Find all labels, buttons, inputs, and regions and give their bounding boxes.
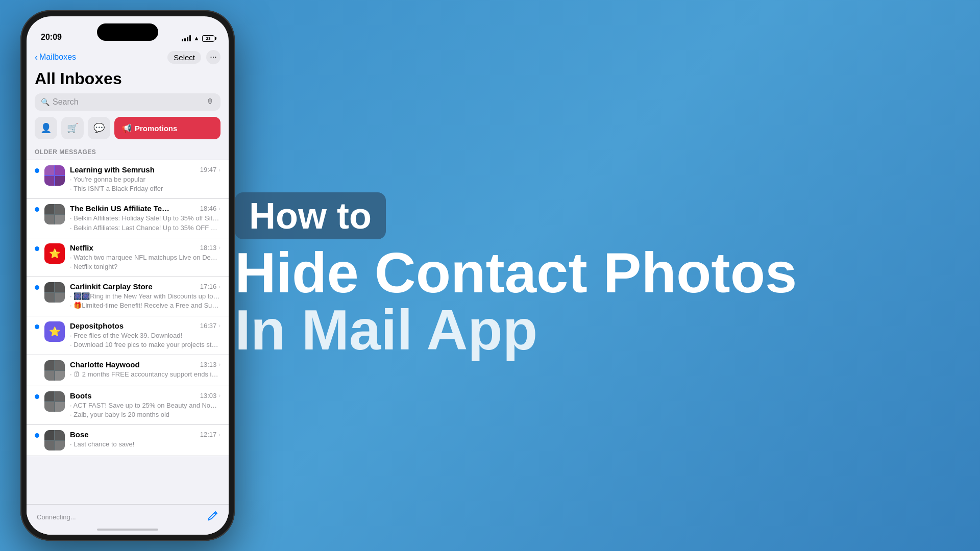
avatar: ⭐ bbox=[44, 321, 65, 342]
email-meta: 18:13 › bbox=[200, 244, 220, 252]
email-chevron-icon: › bbox=[218, 361, 220, 367]
email-preview2: · Netflix tonight? bbox=[70, 262, 220, 271]
email-chevron-icon: › bbox=[218, 244, 220, 251]
email-time: 16:37 bbox=[200, 322, 217, 330]
email-item[interactable]: Bose 12:17 › · Last chance to save! bbox=[27, 425, 229, 456]
avatar-icon-grid bbox=[44, 282, 65, 303]
cart-icon: 🛒 bbox=[67, 122, 78, 134]
email-time: 18:13 bbox=[200, 244, 217, 252]
email-content: Netflix 18:13 › · Watch two marquee NFL … bbox=[70, 243, 220, 271]
email-sender: Learning with Semrush bbox=[70, 165, 155, 174]
email-sender: Carlinkit Carplay Store bbox=[70, 282, 153, 291]
home-indicator bbox=[97, 529, 158, 531]
how-to-badge: How to bbox=[235, 192, 386, 239]
compose-button[interactable] bbox=[207, 510, 218, 524]
back-chevron-icon: ‹ bbox=[35, 52, 38, 63]
status-time: 20:09 bbox=[41, 33, 62, 42]
person-icon: 👤 bbox=[40, 122, 52, 134]
email-chevron-icon: › bbox=[218, 432, 220, 438]
email-sender: Bose bbox=[70, 430, 89, 439]
email-sender: Charlotte Haywood bbox=[70, 360, 140, 369]
avatar bbox=[44, 282, 65, 303]
email-time: 17:16 bbox=[200, 283, 217, 290]
email-preview2: · This ISN'T a Black Friday offer bbox=[70, 184, 220, 193]
email-meta: 16:37 › bbox=[200, 322, 220, 330]
netflix-icon: ⭐ bbox=[49, 248, 60, 259]
nav-bar: ‹ Mailboxes Select ··· bbox=[27, 46, 229, 66]
email-item[interactable]: The Belkin US Affiliate Team 18:46 › · B… bbox=[27, 199, 229, 238]
avatar: ⭐ bbox=[44, 243, 65, 264]
hero-text: How to Hide Contact Photos In Mail App bbox=[235, 192, 960, 359]
email-preview: · You're gonna be popular bbox=[70, 175, 220, 184]
filter-tab-chat[interactable]: 💬 bbox=[88, 117, 110, 139]
email-header-row: Depositphotos 16:37 › bbox=[70, 321, 220, 330]
email-content: Depositphotos 16:37 › · Free files of th… bbox=[70, 321, 220, 349]
app-content: ‹ Mailboxes Select ··· All Inboxes 🔍 bbox=[27, 46, 229, 535]
phone-outer: 20:09 ▲ 23 bbox=[20, 10, 235, 541]
status-icons: ▲ 23 bbox=[182, 35, 214, 42]
email-meta: 17:16 › bbox=[200, 283, 220, 290]
email-time: 13:13 bbox=[200, 361, 217, 368]
email-preview2: · Belkin Affiliates: Last Chance! Up to … bbox=[70, 223, 220, 233]
avatar-icon-grid bbox=[44, 430, 65, 450]
email-sender: Boots bbox=[70, 391, 92, 400]
email-time: 12:17 bbox=[200, 431, 217, 438]
back-label: Mailboxes bbox=[39, 53, 76, 62]
email-list: Learning with Semrush 19:47 › · You're g… bbox=[27, 160, 229, 456]
email-sender: The Belkin US Affiliate Team bbox=[70, 204, 172, 213]
avatar bbox=[44, 360, 65, 381]
email-header-row: The Belkin US Affiliate Team 18:46 › bbox=[70, 204, 220, 213]
avatar-icon-grid bbox=[44, 391, 65, 412]
email-item[interactable]: Carlinkit Carplay Store 17:16 › · 🎆🎆Ring… bbox=[27, 277, 229, 316]
email-preview: · 🗓 2 months FREE accountancy support en… bbox=[70, 370, 220, 379]
filter-tabs: 👤 🛒 💬 📢 How to Promotions bbox=[27, 117, 229, 146]
signal-icon bbox=[182, 35, 191, 41]
back-button[interactable]: ‹ Mailboxes bbox=[35, 52, 76, 63]
unread-indicator bbox=[35, 324, 39, 329]
email-item[interactable]: ⭐ Depositphotos 16:37 › · Free files of … bbox=[27, 316, 229, 355]
how-to-text: How to bbox=[249, 195, 372, 236]
email-time: 18:46 bbox=[200, 205, 217, 212]
filter-tab-cart[interactable]: 🛒 bbox=[61, 117, 84, 139]
email-preview: · Last chance to save! bbox=[70, 440, 220, 449]
email-content: Learning with Semrush 19:47 › · You're g… bbox=[70, 165, 220, 193]
email-meta: 19:47 › bbox=[200, 166, 220, 173]
promotions-tab-label: Promotions bbox=[135, 124, 177, 133]
page-title: All Inboxes bbox=[27, 66, 229, 93]
email-preview2: · Zaib, your baby is 20 months old bbox=[70, 410, 220, 419]
filter-tab-promotions[interactable]: 📢 How to Promotions bbox=[114, 117, 220, 139]
email-item[interactable]: Learning with Semrush 19:47 › · You're g… bbox=[27, 160, 229, 199]
email-content: The Belkin US Affiliate Team 18:46 › · B… bbox=[70, 204, 220, 232]
unread-indicator bbox=[35, 207, 39, 212]
select-button[interactable]: Select bbox=[167, 51, 201, 64]
hero-subtitle: In Mail App bbox=[235, 302, 960, 359]
email-chevron-icon: › bbox=[218, 206, 220, 212]
more-button[interactable]: ··· bbox=[206, 50, 220, 64]
email-item[interactable]: ⭐ Netflix 18:13 › · Watch two marquee NF… bbox=[27, 238, 229, 277]
email-item[interactable]: Boots 13:03 › · ACT FAST! Save up to 25%… bbox=[27, 386, 229, 425]
email-header-row: Netflix 18:13 › bbox=[70, 243, 220, 252]
email-chevron-icon: › bbox=[218, 322, 220, 329]
email-content: Carlinkit Carplay Store 17:16 › · 🎆🎆Ring… bbox=[70, 282, 220, 310]
search-input[interactable]: Search bbox=[53, 97, 203, 107]
avatar bbox=[44, 430, 65, 450]
email-item[interactable]: Charlotte Haywood 13:13 › · 🗓 2 months F… bbox=[27, 355, 229, 386]
email-meta: 12:17 › bbox=[200, 431, 220, 438]
email-preview: · Belkin Affiliates: Holiday Sale! Up to… bbox=[70, 214, 220, 223]
megaphone-icon: 📢 bbox=[121, 123, 132, 133]
email-chevron-icon: › bbox=[218, 284, 220, 290]
email-meta: 18:46 › bbox=[200, 205, 220, 212]
avatar-icon-grid bbox=[44, 360, 65, 381]
avatar bbox=[44, 204, 65, 224]
search-bar[interactable]: 🔍 Search 🎙 bbox=[35, 93, 220, 111]
email-preview2: · Download 10 free pics to make your pro… bbox=[70, 340, 220, 349]
phone-wrapper: 20:09 ▲ 23 bbox=[20, 10, 235, 541]
avatar-icon-grid bbox=[44, 204, 65, 224]
email-meta: 13:03 › bbox=[200, 392, 220, 399]
connecting-status: Connecting... bbox=[37, 513, 76, 521]
battery-icon: 23 bbox=[202, 35, 214, 42]
wifi-icon: ▲ bbox=[193, 35, 200, 42]
chat-icon: 💬 bbox=[93, 122, 105, 134]
filter-tab-person[interactable]: 👤 bbox=[35, 117, 57, 139]
email-time: 19:47 bbox=[200, 166, 217, 173]
